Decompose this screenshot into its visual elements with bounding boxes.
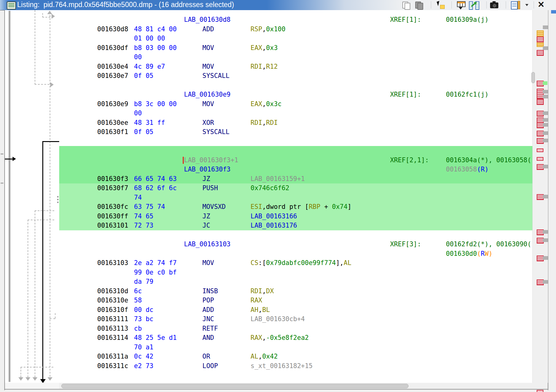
dropdown-caret-icon[interactable]	[525, 4, 528, 6]
listing-line-27[interactable]: 99 0e c0 bf	[59, 268, 532, 277]
listing-line-2[interactable]: 01 00 00	[59, 34, 532, 43]
listing-line-23[interactable]	[59, 230, 532, 240]
listing-line-00163111[interactable]: 0016311173 bcJNCLAB_001630cb+4	[59, 314, 532, 324]
listing-line-0016311a[interactable]: 0016311a0c 42ORAL,0x42	[59, 352, 532, 361]
listing-line-001630e4[interactable]: 001630e44c 89 e7MOVRDI,R12	[59, 62, 532, 71]
listing-line-0016310d[interactable]: 0016310d6cINSBRDI,DX	[59, 286, 532, 296]
listing-line-7[interactable]	[59, 81, 532, 90]
listing-line-001630fc[interactable]: 001630fc63 75 74MOVSXDESI,dword ptr [RBP…	[59, 202, 532, 212]
listing-line-LAB_001630f3+1[interactable]: LAB_001630f3+1XREF[2,1]:0016304a(*), 001…	[59, 156, 532, 165]
mnemonic: JC	[202, 221, 210, 230]
listing-line-10[interactable]: 00	[59, 109, 532, 118]
bytes: 48 31 ff	[134, 118, 165, 128]
listing-display-options-button[interactable]	[510, 1, 521, 10]
edit-cursor-button[interactable]	[435, 1, 447, 10]
panel-resize-tick[interactable]	[1, 153, 3, 155]
bytes-continuation: 01 00 00	[134, 34, 165, 43]
marker-bookmark-red[interactable]	[537, 50, 544, 56]
listing-line-28[interactable]: da 79	[59, 277, 532, 286]
close-button[interactable]: ✕	[538, 1, 545, 9]
listing-line-001630e7[interactable]: 001630e70f 05SYSCALL	[59, 71, 532, 81]
marker-gray[interactable]	[543, 139, 548, 142]
listing-line-LAB_001630f3[interactable]: LAB_001630f300163058(R)	[59, 165, 532, 174]
vertical-scrollbar-thumb[interactable]	[531, 72, 535, 83]
listing-line-25[interactable]: 001630d0(RW)	[59, 249, 532, 259]
marker-gray[interactable]	[543, 256, 548, 260]
horizontal-scrollbar-thumb[interactable]	[61, 384, 408, 388]
listing-line-14[interactable]	[59, 146, 532, 156]
listing-line-LAB_001630e9[interactable]: LAB_001630e9XREF[1]:00162fc1(j)	[59, 90, 532, 99]
horizontal-scrollbar[interactable]	[59, 383, 548, 389]
listing-line-00163113[interactable]: 00163113cbRETF	[59, 324, 532, 333]
splitter-handle-dot[interactable]	[57, 202, 59, 203]
listing-line-0016310f[interactable]: 0016310f00 dcADDAH,BL	[59, 305, 532, 315]
operands-part: 0x74	[332, 203, 348, 210]
bytes: 00 dc	[134, 305, 153, 315]
operands: RDI,DX	[251, 286, 274, 296]
disassembly-listing[interactable]: LAB_001630d8XREF[1]:0016309a(j)001630d84…	[59, 10, 532, 383]
listing-line-001630ee[interactable]: 001630ee48 31 ffXORRDI,RDI	[59, 118, 532, 128]
marker-gray[interactable]	[543, 118, 548, 122]
listing-line-35[interactable]: 70 a1	[59, 343, 532, 352]
listing-line-001630f1[interactable]: 001630f10f 05SYSCALL	[59, 127, 532, 137]
listing-line-00163101[interactable]: 0016310172 73JCLAB_00163176	[59, 221, 532, 230]
listing-line-LAB_00163103[interactable]: LAB_00163103XREF[3]:00162fd2(*), 0016309…	[59, 240, 532, 249]
marker-gray[interactable]	[543, 238, 548, 242]
snapshot-button[interactable]	[489, 1, 500, 10]
xref-addresses-part: (R)	[477, 166, 489, 173]
window-titlebar[interactable]: Listing: pid.764.mpd.0x564f5bbe5000.dmp …	[0, 0, 556, 10]
listing-line-13[interactable]	[59, 137, 532, 146]
listing-line-19[interactable]: 74	[59, 193, 532, 202]
listing-line-0016311c[interactable]: 0016311ce2 73LOOPs_xt_00163182+15	[59, 361, 532, 371]
copy-button[interactable]	[401, 1, 412, 10]
marker-gray[interactable]	[543, 165, 548, 168]
listing-line-0016310e[interactable]: 0016310e58POPRAX	[59, 296, 532, 305]
marker-bookmark-red-small[interactable]	[537, 157, 543, 161]
flow-arrow-dashed	[28, 220, 54, 220]
operands-part: RSP	[251, 25, 262, 33]
marker-gray[interactable]	[543, 230, 548, 234]
down-arrow-icon	[459, 7, 462, 10]
splitter-handle-dot[interactable]	[57, 196, 59, 198]
splitter-handle-dot[interactable]	[57, 199, 59, 200]
listing-line-001630e9[interactable]: 001630e9b8 3c 00 00MOVEAX,0x3c	[59, 99, 532, 109]
listing-line-00163114[interactable]: 0016311448 25 5e d1ANDRAX,-0x5e8f2ea2	[59, 333, 532, 343]
listing-line-001630ff[interactable]: 001630ff74 65JZLAB_00163166	[59, 212, 532, 221]
bytes-continuation: 99 0e c0 bf	[134, 268, 177, 277]
marker-bookmark-red-small[interactable]	[537, 148, 543, 152]
operands-part: ,	[262, 100, 266, 108]
marker-gray[interactable]	[543, 111, 548, 115]
bytes: 58	[134, 296, 142, 305]
operands: RDI,R12	[251, 62, 278, 71]
marker-gray[interactable]	[543, 46, 548, 50]
bytes: b8 03 00 00	[134, 43, 177, 53]
listing-line-LAB_001630d8[interactable]: LAB_001630d8XREF[1]:0016309a(j)	[59, 15, 532, 25]
marker-gray[interactable]	[543, 131, 548, 135]
xref-addresses-part: 0016309a(j)	[446, 16, 489, 23]
toggle-header-button[interactable]	[456, 1, 467, 10]
operands-part: ]	[347, 203, 351, 210]
diff-view-button[interactable]	[468, 1, 480, 10]
marker-gray[interactable]	[543, 90, 548, 94]
marker-gray[interactable]	[543, 95, 548, 98]
listing-line-001630f7[interactable]: 001630f768 62 6f 6cPUSH0x746c6f62	[59, 183, 532, 193]
marker-gray[interactable]	[543, 123, 548, 127]
marker-gray[interactable]	[543, 25, 548, 29]
listing-options-icon	[511, 1, 518, 10]
listing-line-00163103[interactable]: 001631032e a2 74 f7MOVCS:[0x79dabfc00e99…	[59, 258, 532, 268]
marker-bookmark-red[interactable]	[537, 37, 544, 42]
marker-selection-green[interactable]	[543, 81, 547, 85]
mnemonic: RETF	[202, 324, 218, 333]
marker-bookmark-red[interactable]	[537, 99, 544, 105]
panel-resize-tick[interactable]	[1, 183, 3, 184]
listing-line-001630f3[interactable]: 001630f366 65 74 63JZLAB_00163159+1	[59, 174, 532, 184]
paste-button[interactable]	[413, 1, 425, 10]
marker-bookmark-red-small[interactable]	[537, 390, 543, 392]
operands-part: s_xt_00163182+15	[251, 362, 313, 370]
listing-line-001630df[interactable]: 001630dfb8 03 00 00MOVEAX,0x3	[59, 43, 532, 53]
listing-line-4[interactable]: 00	[59, 52, 532, 62]
listing-line-001630d8[interactable]: 001630d848 81 c4 00ADDRSP,0x100	[59, 25, 532, 34]
marker-margin[interactable]	[532, 10, 548, 383]
marker-gray[interactable]	[543, 280, 548, 284]
marker-gray[interactable]	[543, 195, 548, 198]
